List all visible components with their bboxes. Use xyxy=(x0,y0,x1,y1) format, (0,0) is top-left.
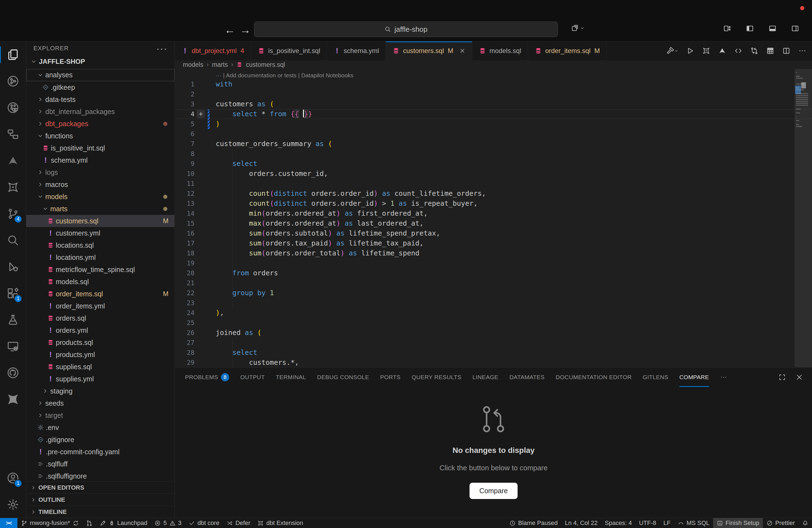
breadcrumb[interactable]: models › marts › customers.sql xyxy=(175,60,812,69)
activity-explorer[interactable] xyxy=(0,41,26,68)
code-line-21[interactable]: 21 xyxy=(175,278,812,288)
activity-flowchart[interactable] xyxy=(0,121,26,147)
activity-lineage[interactable] xyxy=(0,68,26,94)
altimate-icon[interactable] xyxy=(718,47,726,55)
tab-schema.yml[interactable]: !schema.yml xyxy=(327,41,386,60)
file-.gitignore[interactable]: .gitignore xyxy=(26,434,175,446)
activity-github[interactable] xyxy=(0,360,26,386)
file-order_items.yml[interactable]: !order_items.yml xyxy=(26,300,175,312)
code-line-1[interactable]: 1with xyxy=(175,79,812,89)
nav-back-button[interactable]: ← xyxy=(224,24,235,35)
code-line-6[interactable]: 6 xyxy=(175,129,812,139)
status-defer[interactable]: Defer xyxy=(223,518,254,528)
folder-dbt_packages[interactable]: dbt_packages xyxy=(26,118,175,130)
folder-functions[interactable]: functions xyxy=(26,130,175,142)
tab-order_items.sql[interactable]: order_items.sqlM xyxy=(528,41,607,60)
file-.sqlfluffignore[interactable]: .sqlfluffignore xyxy=(26,470,175,481)
file-is_positive_int.sql[interactable]: is_positive_int.sql xyxy=(26,142,175,154)
folder-data-tests[interactable]: data-tests xyxy=(26,93,175,105)
activity-settings[interactable] xyxy=(0,491,26,518)
code-line-5[interactable]: 5) xyxy=(175,119,812,129)
query-results-icon[interactable] xyxy=(766,47,774,55)
activity-search[interactable] xyxy=(0,227,26,253)
more-actions-icon[interactable] xyxy=(798,47,807,55)
build-icon[interactable] xyxy=(666,47,678,55)
tab-models.sql[interactable]: models.sql xyxy=(472,41,528,60)
code-line-14[interactable]: 14 min(orders.ordered_at) as first_order… xyxy=(175,208,812,218)
status-dbt-extension[interactable]: dbt Extension xyxy=(254,518,307,528)
activity-remote-explorer[interactable] xyxy=(0,333,26,360)
file-.env[interactable]: .env xyxy=(26,421,175,434)
code-line-20[interactable]: 20 from orders xyxy=(175,268,812,278)
panel-right-toggle[interactable] xyxy=(791,24,799,33)
status-language-mode[interactable]: MS SQL xyxy=(674,518,713,528)
activity-altimate[interactable] xyxy=(0,147,26,174)
status-blame[interactable]: Blame Paused xyxy=(506,518,561,528)
code-line-10[interactable]: 10 orders.customer_id, xyxy=(175,169,812,179)
tab-customers.sql[interactable]: customers.sqlM xyxy=(386,41,472,60)
file-products.sql[interactable]: products.sql xyxy=(26,336,175,349)
minimap[interactable] xyxy=(795,69,812,367)
panel-tab-ports[interactable]: PORTS xyxy=(380,368,401,387)
code-line-7[interactable]: 7customer_orders_summary as ( xyxy=(175,139,812,149)
code-line-22[interactable]: 22 group by 1 xyxy=(175,288,812,298)
panel-tab-documentation-editor[interactable]: DOCUMENTATION EDITOR xyxy=(556,368,632,387)
file-customers.yml[interactable]: !customers.yml xyxy=(26,227,175,239)
code-line-8[interactable]: 8 xyxy=(175,149,812,159)
panel-more-tabs-icon[interactable] xyxy=(720,368,727,387)
split-editor-icon[interactable] xyxy=(782,47,791,55)
panel-tab-debug-console[interactable]: DEBUG CONSOLE xyxy=(317,368,369,387)
code-line-11[interactable]: 11 xyxy=(175,179,812,189)
close-icon[interactable] xyxy=(459,48,465,54)
activity-testing[interactable] xyxy=(0,307,26,333)
tab-is_positive_int.sql[interactable]: is_positive_int.sql xyxy=(251,41,327,60)
code-line-27[interactable]: 27 xyxy=(175,338,812,348)
folder-models[interactable]: models xyxy=(26,191,175,203)
status-prettier[interactable]: Prettier xyxy=(763,518,798,528)
status-cursor-position[interactable]: Ln 4, Col 22 xyxy=(561,518,601,528)
code-line-16[interactable]: 16 sum(orders.subtotal) as lifetime_spen… xyxy=(175,229,812,238)
folder-seeds[interactable]: seeds xyxy=(26,397,175,409)
code-line-12[interactable]: 12 count(distinct orders.order_id) as co… xyxy=(175,189,812,199)
folder-marts[interactable]: marts xyxy=(26,203,175,215)
panel-tab-lineage[interactable]: LINEAGE xyxy=(473,368,498,387)
explorer-more-actions-icon[interactable]: ··· xyxy=(156,46,168,51)
status-problems[interactable]: 53 xyxy=(151,518,185,528)
command-center-search[interactable]: jaffle-shop xyxy=(254,21,558,37)
panel-tab-datamates[interactable]: DATAMATES xyxy=(510,368,545,387)
code-line-9[interactable]: 9 select xyxy=(175,159,812,169)
code-line-15[interactable]: 15 max(orders.ordered_at) as last_ordere… xyxy=(175,218,812,229)
code-line-26[interactable]: 26joined as ( xyxy=(175,328,812,338)
section-outline[interactable]: OUTLINE xyxy=(26,494,175,505)
file-order_items.sql[interactable]: order_items.sqlM xyxy=(26,288,175,300)
file-supplies.sql[interactable]: supplies.sql xyxy=(26,361,175,373)
nav-forward-button[interactable]: → xyxy=(240,24,251,35)
code-line-3[interactable]: 3customers as ( xyxy=(175,99,812,109)
file-orders.sql[interactable]: orders.sql xyxy=(26,312,175,324)
file-.gitkeep[interactable]: .gitkeep xyxy=(26,81,175,93)
status-encoding[interactable]: UTF-8 xyxy=(636,518,660,528)
file-locations.yml[interactable]: !locations.yml xyxy=(26,251,175,263)
panel-tab-compare[interactable]: COMPARE xyxy=(679,368,709,387)
file-customers.sql[interactable]: customers.sqlM xyxy=(26,215,175,227)
maximize-panel-icon[interactable] xyxy=(778,373,786,381)
panel-tab-output[interactable]: OUTPUT xyxy=(240,368,265,387)
code-editor[interactable]: ··· | Add documentation or tests | Datap… xyxy=(175,69,812,367)
file-.sqlfluff[interactable]: .sqlfluff xyxy=(26,458,175,470)
file-products.yml[interactable]: !products.yml xyxy=(26,349,175,361)
code-line-24[interactable]: 24), xyxy=(175,308,812,318)
folder-logs[interactable]: logs xyxy=(26,166,175,178)
status-git-branch[interactable]: mwong-fusion* xyxy=(17,518,83,528)
activity-dbt-power-user[interactable] xyxy=(0,386,26,413)
layout-customize-toggle[interactable] xyxy=(723,24,731,33)
breadcrumb-file[interactable]: customers.sql xyxy=(246,61,285,69)
folder-macros[interactable]: macros xyxy=(26,178,175,191)
file-metricflow_time_spine.sql[interactable]: metricflow_time_spine.sql xyxy=(26,263,175,276)
breadcrumb-item[interactable]: marts xyxy=(212,61,228,69)
file-locations.sql[interactable]: locations.sql xyxy=(26,239,175,251)
run-icon[interactable] xyxy=(686,47,694,55)
manage-layout-icon[interactable] xyxy=(571,24,584,32)
code-icon[interactable] xyxy=(734,47,742,55)
status-indentation[interactable]: Spaces: 4 xyxy=(601,518,636,528)
close-panel-icon[interactable] xyxy=(795,373,803,381)
